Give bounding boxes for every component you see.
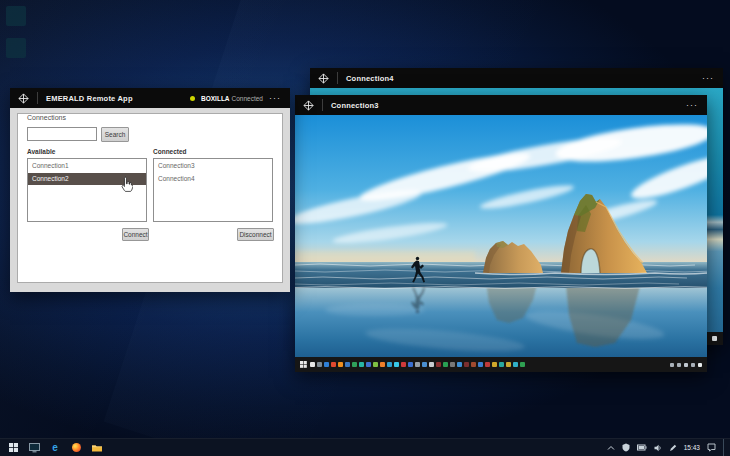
remote-taskbar-app-icon[interactable] (464, 362, 469, 367)
boxilla-status-text: Connected (232, 95, 263, 102)
taskbar-clock[interactable]: 15:43 (684, 444, 700, 451)
remote-tray-icon[interactable] (698, 363, 702, 367)
list-item[interactable]: Connection3 (154, 160, 272, 172)
window-menu-icon[interactable]: ··· (269, 95, 281, 101)
remote-taskbar-app-icon[interactable] (471, 362, 476, 367)
remote-taskbar-app-icon[interactable] (352, 362, 357, 367)
desktop-shortcut-icon[interactable] (6, 38, 26, 58)
desktop: Connection4 ··· Connection3 ··· (0, 0, 730, 456)
titlebar-divider (337, 72, 338, 84)
available-label: Available (27, 148, 55, 155)
windows-start-icon[interactable] (7, 442, 19, 454)
list-item[interactable]: Connection1 (28, 160, 146, 172)
system-taskbar[interactable]: e (0, 438, 730, 456)
window-menu-icon[interactable]: ··· (686, 102, 698, 108)
disconnect-button[interactable]: Disconnect (237, 228, 274, 241)
remote-taskbar-app-icon[interactable] (310, 362, 315, 367)
remote-taskbar-app-icon[interactable] (373, 362, 378, 367)
search-input[interactable] (27, 127, 97, 141)
remote-taskbar-app-icon[interactable] (408, 362, 413, 367)
remote-taskbar-app-icon[interactable] (492, 362, 497, 367)
hand-cursor (120, 176, 133, 193)
remote-app-icon[interactable] (28, 442, 40, 454)
remote-taskbar-app-icon[interactable] (436, 362, 441, 367)
remote-taskbar-icons (310, 362, 527, 367)
window-title: Connection4 (346, 74, 394, 83)
remote-tray-icon[interactable] (684, 363, 688, 367)
emerald-titlebar[interactable]: EMERALD Remote App BOXILLA Connected ··· (10, 88, 290, 108)
firefox-icon[interactable] (70, 442, 82, 454)
connect-button[interactable]: Connect (122, 228, 149, 241)
beach-wallpaper (295, 115, 707, 357)
shield-icon[interactable] (622, 443, 630, 452)
remote-taskbar-app-icon[interactable] (317, 362, 322, 367)
action-center-icon[interactable] (707, 443, 716, 452)
chevron-up-icon[interactable] (607, 445, 615, 451)
remote-taskbar-app-icon[interactable] (485, 362, 490, 367)
connection4-titlebar[interactable]: Connection4 ··· (310, 68, 723, 88)
connections-heading: Connections (27, 114, 66, 121)
boxilla-status-dot (190, 96, 195, 101)
remote-taskbar-app-icon[interactable] (450, 362, 455, 367)
speaker-icon[interactable] (654, 444, 662, 452)
window-title: Connection3 (331, 101, 379, 110)
remote-taskbar-app-icon[interactable] (387, 362, 392, 367)
remote-taskbar-app-icon[interactable] (422, 362, 427, 367)
connection3-remote-desktop[interactable] (295, 115, 707, 357)
remote-taskbar-app-icon[interactable] (359, 362, 364, 367)
battery-icon[interactable] (637, 444, 647, 451)
remote-taskbar-app-icon[interactable] (324, 362, 329, 367)
titlebar-divider (322, 99, 323, 111)
list-item[interactable]: Connection4 (154, 173, 272, 185)
titlebar-divider (37, 92, 38, 104)
window-menu-icon[interactable]: ··· (702, 75, 714, 81)
boxilla-brand-label: BOXILLA (201, 95, 230, 102)
remote-taskbar-app-icon[interactable] (338, 362, 343, 367)
remote-taskbar-app-icon[interactable] (345, 362, 350, 367)
remote-taskbar-app-icon[interactable] (457, 362, 462, 367)
remote-tray-icon[interactable] (670, 363, 674, 367)
remote-taskbar-app-icon[interactable] (443, 362, 448, 367)
remote-taskbar-app-icon[interactable] (380, 362, 385, 367)
remote-taskbar-app-icon[interactable] (513, 362, 518, 367)
remote-taskbar-app-icon[interactable] (415, 362, 420, 367)
connection3-window[interactable]: Connection3 ··· (295, 95, 707, 372)
connected-label: Connected (153, 148, 187, 155)
remote-taskbar-app-icon[interactable] (366, 362, 371, 367)
emerald-gem-icon (18, 93, 29, 104)
remote-taskbar-app-icon[interactable] (331, 362, 336, 367)
connected-list[interactable]: Connection3Connection4 (153, 158, 273, 222)
emerald-remote-app-window[interactable]: EMERALD Remote App BOXILLA Connected ···… (10, 88, 290, 292)
remote-tray-icons (670, 363, 702, 367)
remote-taskbar-app-icon[interactable] (506, 362, 511, 367)
connection3-remote-taskbar[interactable] (295, 357, 707, 372)
remote-taskbar-app-icon[interactable] (429, 362, 434, 367)
remote-taskbar-app-icon[interactable] (499, 362, 504, 367)
emerald-gem-icon (303, 100, 314, 111)
desktop-shortcut-icon[interactable] (6, 6, 26, 26)
search-button[interactable]: Search (101, 127, 129, 142)
remote-taskbar-app-icon[interactable] (478, 362, 483, 367)
file-explorer-icon[interactable] (91, 442, 103, 454)
connection3-titlebar[interactable]: Connection3 ··· (295, 95, 707, 115)
edge-icon[interactable]: e (49, 442, 61, 454)
show-desktop-button[interactable] (723, 439, 726, 456)
emerald-gem-icon (318, 73, 329, 84)
remote-taskbar-app-icon[interactable] (394, 362, 399, 367)
remote-tray-icon[interactable] (691, 363, 695, 367)
remote-tray-icon[interactable] (677, 363, 681, 367)
remote-tray-icon[interactable] (712, 336, 717, 341)
windows-start-icon[interactable] (300, 361, 307, 368)
remote-taskbar-app-icon[interactable] (401, 362, 406, 367)
remote-taskbar-app-icon[interactable] (520, 362, 525, 367)
window-title: EMERALD Remote App (46, 94, 133, 103)
pen-icon[interactable] (669, 444, 677, 452)
